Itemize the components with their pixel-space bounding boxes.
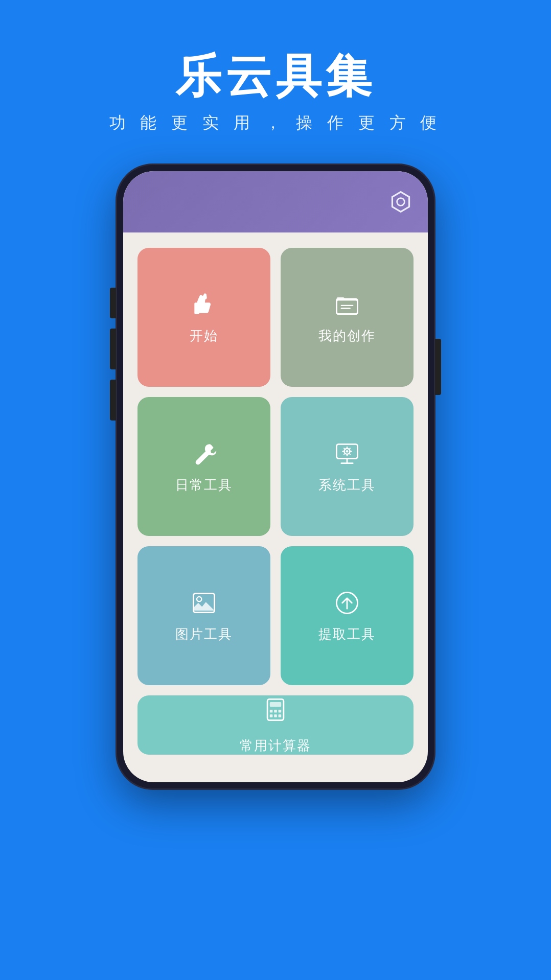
cell-start[interactable]: 开始	[137, 248, 270, 387]
grid-row-4: 常用计算器	[137, 695, 414, 767]
phone-button-vol-down	[110, 380, 116, 421]
svg-rect-28	[274, 710, 277, 713]
svg-point-1	[397, 198, 405, 206]
folder-doc-icon	[333, 290, 361, 319]
svg-marker-0	[392, 192, 409, 212]
cell-start-label: 开始	[190, 327, 218, 345]
cell-system-label: 系统工具	[318, 476, 376, 494]
settings-hex-icon[interactable]	[389, 190, 412, 214]
svg-rect-27	[270, 710, 273, 713]
calculator-icon	[261, 695, 290, 730]
svg-rect-3	[336, 298, 357, 314]
image-frame-icon	[190, 589, 218, 617]
svg-rect-26	[270, 702, 281, 707]
svg-rect-29	[279, 710, 282, 713]
svg-point-22	[197, 596, 201, 601]
svg-rect-31	[274, 714, 277, 717]
cell-extract-label: 提取工具	[318, 625, 376, 643]
phone-button-mute	[110, 288, 116, 318]
cell-calc[interactable]: 常用计算器	[137, 695, 414, 755]
phone-button-vol-up	[110, 329, 116, 369]
phone-screen: 开始 我的创作	[123, 171, 428, 782]
cell-extract[interactable]: 提取工具	[281, 546, 414, 685]
app-subtitle: 功 能 更 实 用 ， 操 作 更 方 便	[109, 112, 442, 134]
svg-point-7	[196, 461, 199, 464]
svg-line-19	[349, 448, 350, 449]
phone-mockup: 开始 我的创作	[117, 165, 434, 788]
svg-line-17	[344, 448, 345, 449]
grid-row-3: 图片工具 提取工具	[137, 546, 414, 685]
cell-system[interactable]: 系统工具	[281, 397, 414, 536]
phone-frame: 开始 我的创作	[117, 165, 434, 788]
header: 乐云具集 功 能 更 实 用 ， 操 作 更 方 便	[109, 0, 442, 134]
phone-content: 开始 我的创作	[123, 232, 428, 782]
svg-rect-4	[336, 299, 357, 314]
upload-circle-icon	[333, 589, 361, 617]
cell-daily-label: 日常工具	[175, 476, 233, 494]
svg-line-18	[349, 453, 350, 454]
cell-mywork[interactable]: 我的创作	[281, 248, 414, 387]
monitor-gear-icon	[333, 439, 361, 468]
svg-rect-32	[279, 714, 282, 717]
cell-daily[interactable]: 日常工具	[137, 397, 270, 536]
cell-mywork-label: 我的创作	[318, 327, 376, 345]
svg-point-12	[346, 450, 349, 453]
cell-image[interactable]: 图片工具	[137, 546, 270, 685]
svg-rect-30	[270, 714, 273, 717]
cell-image-label: 图片工具	[175, 625, 233, 643]
phone-button-power	[435, 339, 441, 395]
phone-header-bar	[123, 171, 428, 232]
svg-line-20	[344, 453, 345, 454]
app-title: 乐云具集	[109, 51, 442, 102]
thumb-up-icon	[190, 290, 218, 319]
wrench-icon	[190, 439, 218, 468]
grid-row-2: 日常工具	[137, 397, 414, 536]
cell-calc-label: 常用计算器	[240, 737, 311, 755]
grid-row-1: 开始 我的创作	[137, 248, 414, 387]
svg-rect-2	[194, 302, 199, 314]
